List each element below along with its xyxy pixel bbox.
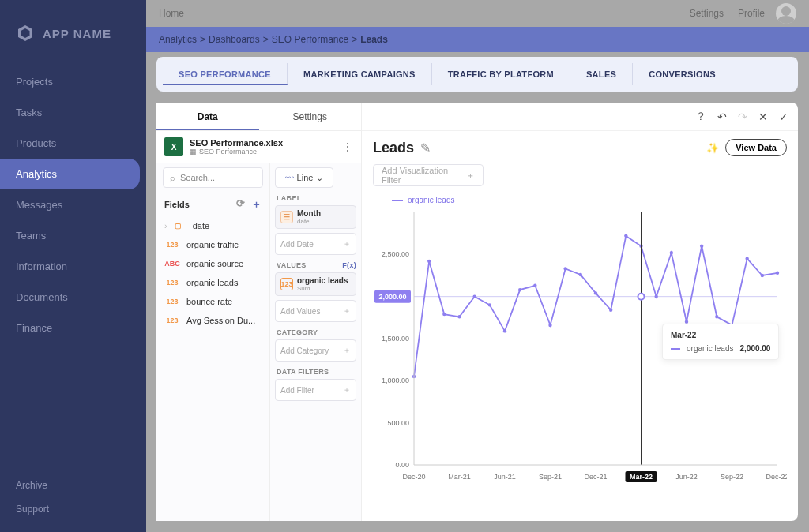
svg-text:2,000.00: 2,000.00 bbox=[378, 293, 406, 301]
dashboard-tab[interactable]: MARKETING CAMPAIGNS bbox=[288, 63, 432, 85]
view-data-button[interactable]: View Data bbox=[725, 139, 787, 156]
add-viz-filter-button[interactable]: Add Visualization Filter＋ bbox=[373, 164, 484, 186]
line-chart-icon: 〰 bbox=[285, 173, 294, 182]
fields-refresh-icon[interactable]: ⟳ bbox=[236, 197, 245, 212]
sidebar-item-teams[interactable]: Teams bbox=[0, 220, 146, 251]
sidebar-item-information[interactable]: Information bbox=[0, 251, 146, 282]
chart-area: organic leads 0.00500.001,000.001,500.00… bbox=[362, 191, 798, 521]
field-item[interactable]: 123organic traffic bbox=[156, 235, 269, 254]
config-tab-settings[interactable]: Settings bbox=[259, 103, 362, 130]
svg-point-30 bbox=[563, 267, 566, 270]
sidebar-item-messages[interactable]: Messages bbox=[0, 189, 146, 220]
sidebar-item-documents[interactable]: Documents bbox=[0, 282, 146, 313]
sidebar-item-support[interactable]: Support bbox=[0, 497, 146, 521]
field-item[interactable]: 123Avg Session Du... bbox=[156, 311, 269, 330]
num-type-icon: 123 bbox=[164, 298, 180, 305]
field-item[interactable]: ›▢date bbox=[156, 216, 269, 235]
undo-icon[interactable]: ↶ bbox=[717, 111, 727, 123]
svg-point-44 bbox=[776, 272, 779, 275]
hexagon-icon bbox=[16, 24, 35, 43]
svg-text:1,500.00: 1,500.00 bbox=[382, 335, 409, 343]
redo-icon[interactable]: ↷ bbox=[738, 111, 747, 123]
viz-toolbar: ？ ↶ ↷ ✕ ✓ bbox=[362, 103, 798, 131]
num-type-icon: 123 bbox=[164, 279, 180, 287]
home-link[interactable]: Home bbox=[159, 8, 184, 19]
svg-text:Mar-21: Mar-21 bbox=[448, 473, 471, 481]
svg-point-36 bbox=[654, 294, 657, 298]
config-tab-data[interactable]: Data bbox=[156, 103, 259, 130]
avatar[interactable] bbox=[776, 3, 796, 24]
add-filter-button[interactable]: Add Filter＋ bbox=[275, 379, 356, 401]
dashboard-tab[interactable]: SEO PERFORMANCE bbox=[163, 63, 288, 85]
search-input[interactable]: ⌕ Search... bbox=[163, 167, 263, 188]
dashboard-tabs: SEO PERFORMANCEMARKETING CAMPAIGNSTRAFFI… bbox=[156, 57, 798, 92]
profile-link[interactable]: Profile bbox=[738, 8, 765, 19]
viz-panel: ？ ↶ ↷ ✕ ✓ Leads ✎ ✨ View Data Add Visual… bbox=[362, 103, 798, 521]
sheet-name: ▦ SEO Performance bbox=[190, 148, 283, 155]
svg-text:Dec-22: Dec-22 bbox=[766, 473, 787, 481]
dashboard-tab[interactable]: CONVERSIONS bbox=[633, 63, 732, 85]
breadcrumb: Analytics > Dashboards > SEO Performance… bbox=[146, 27, 809, 52]
svg-text:0.00: 0.00 bbox=[395, 461, 409, 469]
chart-type-select[interactable]: 〰 Line ⌄ bbox=[275, 167, 333, 188]
field-item[interactable]: 123organic leads bbox=[156, 273, 269, 292]
fx-button[interactable]: F(x) bbox=[342, 261, 356, 269]
svg-point-29 bbox=[548, 324, 551, 327]
sidebar-item-products[interactable]: Products bbox=[0, 128, 146, 159]
svg-point-46 bbox=[638, 294, 645, 300]
svg-text:Jun-22: Jun-22 bbox=[675, 473, 698, 481]
values-chip[interactable]: 123 organic leadsSum bbox=[275, 272, 356, 296]
file-menu-icon[interactable]: ⋮ bbox=[342, 140, 353, 153]
close-icon[interactable]: ✕ bbox=[758, 111, 768, 123]
svg-text:Dec-21: Dec-21 bbox=[584, 473, 607, 481]
breadcrumb-item[interactable]: Analytics bbox=[159, 34, 197, 45]
logo: APP NAME bbox=[0, 24, 146, 66]
add-date-button[interactable]: Add Date＋ bbox=[275, 233, 356, 255]
svg-text:Dec-20: Dec-20 bbox=[402, 473, 425, 481]
chart-legend: organic leads bbox=[392, 196, 787, 204]
number-icon: 123 bbox=[280, 278, 293, 290]
dashboard-tab[interactable]: TRAFFIC BY PLATFORM bbox=[432, 63, 570, 85]
discover-icon[interactable]: ✨ bbox=[706, 142, 719, 154]
dashboard-tab[interactable]: SALES bbox=[570, 63, 633, 85]
sidebar-item-analytics[interactable]: Analytics bbox=[0, 159, 140, 189]
confirm-icon[interactable]: ✓ bbox=[779, 111, 788, 123]
file-name: SEO Performance.xlsx bbox=[190, 138, 283, 148]
chevron-down-icon: ⌄ bbox=[316, 173, 323, 183]
num-type-icon: 123 bbox=[164, 317, 180, 324]
settings-link[interactable]: Settings bbox=[690, 8, 724, 19]
excel-icon: X bbox=[164, 137, 183, 156]
add-category-button[interactable]: Add Category＋ bbox=[275, 339, 356, 362]
svg-point-33 bbox=[609, 309, 612, 312]
svg-point-23 bbox=[457, 315, 461, 318]
svg-text:Jun-21: Jun-21 bbox=[494, 473, 516, 481]
field-item[interactable]: ABCorganic source bbox=[156, 254, 269, 273]
sidebar-item-projects[interactable]: Projects bbox=[0, 66, 146, 97]
svg-point-32 bbox=[594, 291, 597, 294]
svg-point-26 bbox=[503, 329, 506, 332]
text-type-icon: ABC bbox=[164, 260, 180, 268]
sidebar-item-tasks[interactable]: Tasks bbox=[0, 97, 146, 128]
field-item[interactable]: 123bounce rate bbox=[156, 292, 269, 311]
sidebar-item-archive[interactable]: Archive bbox=[0, 474, 146, 497]
help-icon[interactable]: ？ bbox=[695, 110, 706, 124]
topbar: Home Settings Profile bbox=[146, 0, 809, 27]
sidebar-item-finance[interactable]: Finance bbox=[0, 313, 146, 343]
svg-text:Sep-22: Sep-22 bbox=[721, 473, 743, 481]
svg-text:Sep-21: Sep-21 bbox=[539, 473, 562, 481]
app-name: APP NAME bbox=[43, 27, 111, 40]
breadcrumb-item[interactable]: SEO Performance bbox=[272, 34, 348, 45]
svg-point-25 bbox=[488, 303, 491, 306]
svg-point-34 bbox=[624, 234, 627, 238]
chart-tooltip: Mar-22 organic leads2,000.00 bbox=[662, 324, 779, 360]
add-field-icon[interactable]: ＋ bbox=[251, 197, 262, 212]
search-icon: ⌕ bbox=[170, 173, 175, 182]
svg-point-43 bbox=[761, 274, 764, 277]
breadcrumb-item[interactable]: Dashboards bbox=[209, 34, 260, 45]
svg-point-31 bbox=[579, 273, 582, 276]
breadcrumb-item: Leads bbox=[360, 34, 388, 45]
svg-point-21 bbox=[427, 260, 431, 263]
pencil-icon[interactable]: ✎ bbox=[420, 140, 431, 155]
label-chip[interactable]: ☰ Monthdate bbox=[275, 205, 356, 229]
add-values-button[interactable]: Add Values＋ bbox=[275, 300, 356, 322]
